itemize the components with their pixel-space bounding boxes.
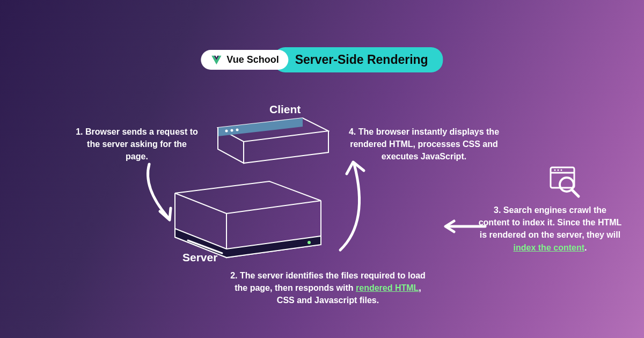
arrow-response-icon	[333, 158, 376, 254]
vue-icon	[210, 55, 222, 65]
arrow-request-icon	[138, 161, 187, 225]
step-1: 1. Browser sends a request to the server…	[75, 126, 199, 163]
svg-point-3	[308, 241, 311, 244]
brand-text: Vue School	[226, 54, 279, 65]
svg-point-2	[236, 129, 239, 131]
step-4: 4. The browser instantly displays the re…	[343, 126, 504, 163]
header: Vue School Server-Side Rendering	[201, 47, 443, 72]
client-label: Client	[269, 103, 301, 116]
svg-point-6	[554, 170, 556, 171]
highlight-rendered-html: rendered HTML	[356, 283, 419, 292]
step-3: 3. Search engines crawl the content to i…	[478, 204, 623, 254]
browser-window-icon	[217, 117, 330, 165]
title-pill: Server-Side Rendering	[274, 47, 443, 72]
brand-badge: Vue School	[201, 50, 288, 70]
highlight-index-content: index the content	[514, 243, 584, 252]
svg-line-10	[572, 190, 579, 196]
svg-point-0	[225, 130, 228, 133]
step-2: 2. The server identifies the files requi…	[229, 269, 427, 307]
svg-point-1	[231, 129, 233, 132]
svg-point-8	[561, 170, 562, 171]
search-page-icon	[547, 165, 582, 200]
svg-point-7	[558, 170, 559, 171]
page-title: Server-Side Rendering	[295, 53, 428, 67]
server-box-icon	[173, 179, 323, 260]
